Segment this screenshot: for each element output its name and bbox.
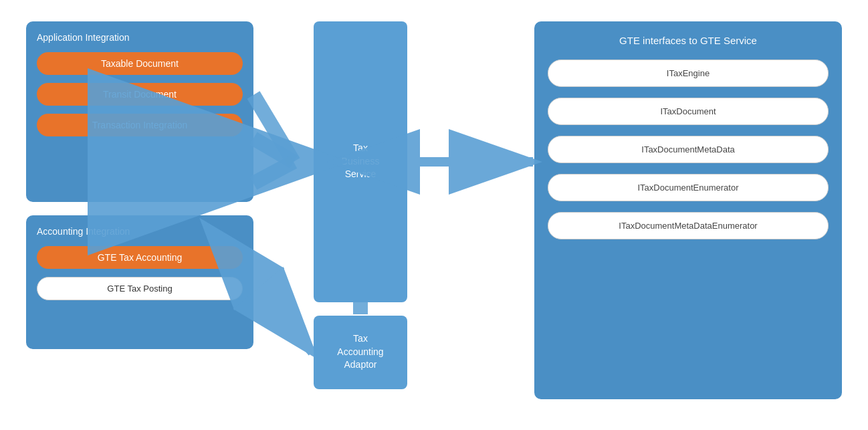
- accounting-integration-panel: Accounting Integration GTE Tax Accountin…: [26, 215, 253, 349]
- transit-document-btn[interactable]: Transit Document: [37, 83, 243, 106]
- transaction-integration-btn[interactable]: Transaction Integration: [37, 114, 243, 136]
- gte-title: GTE interfaces to GTE Service: [548, 35, 829, 46]
- itax-document-enumerator-btn[interactable]: ITaxDocumentEnumerator: [548, 174, 829, 201]
- tax-business-service-panel: TaxBusinessService: [314, 21, 407, 302]
- tax-accounting-adaptor-panel: TaxAccountingAdaptor: [314, 316, 407, 389]
- gte-tax-accounting-btn[interactable]: GTE Tax Accounting: [37, 246, 243, 269]
- itax-document-metadata-btn[interactable]: ITaxDocumentMetaData: [548, 136, 829, 163]
- tax-bs-label: TaxBusinessService: [342, 142, 380, 181]
- gte-panel: GTE interfaces to GTE Service ITaxEngine…: [534, 21, 842, 399]
- accounting-integration-title: Accounting Integration: [37, 226, 243, 237]
- app-integration-panel: Application Integration Taxable Document…: [26, 21, 253, 202]
- taxable-document-btn[interactable]: Taxable Document: [37, 52, 243, 75]
- itax-document-metadata-enumerator-btn[interactable]: ITaxDocumentMetaDataEnumerator: [548, 212, 829, 239]
- app-integration-title: Application Integration: [37, 32, 243, 43]
- itax-engine-btn[interactable]: ITaxEngine: [548, 60, 829, 87]
- itax-document-btn[interactable]: ITaxDocument: [548, 98, 829, 125]
- diagram-container: Application Integration Taxable Document…: [13, 15, 855, 416]
- gte-tax-posting-btn[interactable]: GTE Tax Posting: [37, 277, 243, 300]
- tax-accounting-label: TaxAccountingAdaptor: [337, 332, 383, 372]
